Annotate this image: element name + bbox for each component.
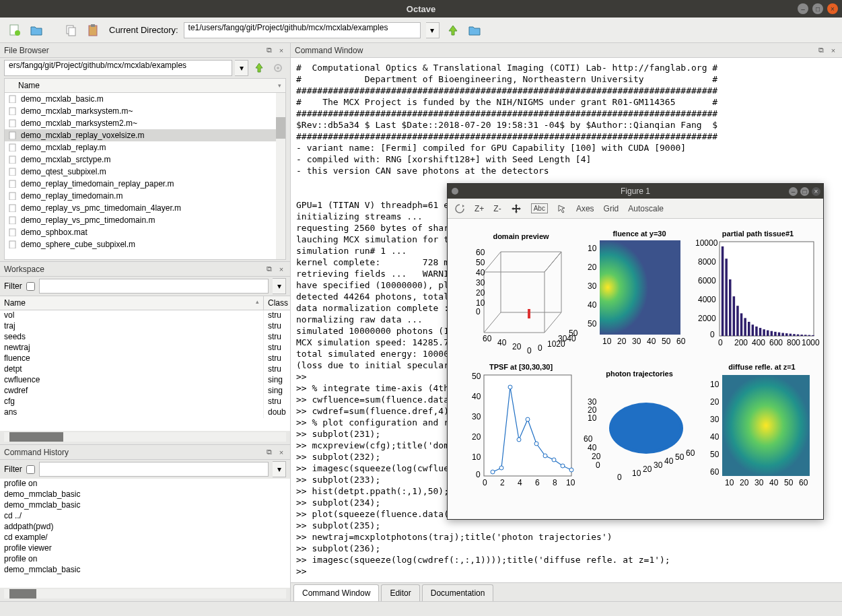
- minimize-button[interactable]: –: [798, 3, 808, 14]
- history-row[interactable]: profile on: [0, 554, 290, 565]
- history-row[interactable]: addpath(pwd): [0, 522, 290, 533]
- file-row[interactable]: demo_sphere_cube_subpixel.m: [5, 238, 285, 250]
- panel-close-icon[interactable]: ×: [277, 448, 286, 457]
- ws-filter-checkbox[interactable]: [26, 282, 35, 291]
- history-list[interactable]: profile ondemo_mmclab_basicdemo_mmclab_b…: [0, 479, 290, 588]
- file-row[interactable]: demo_mcxlab_srctype.m: [5, 153, 285, 166]
- file-row[interactable]: demo_replay_vs_pmc_timedomain.m: [5, 214, 285, 226]
- new-file-icon[interactable]: [7, 22, 23, 38]
- current-dir-dropdown[interactable]: ▾: [426, 22, 440, 38]
- ch-filter-input[interactable]: [39, 462, 269, 477]
- ch-hscroll[interactable]: [4, 589, 286, 598]
- file-list[interactable]: demo_mcxlab_basic.mdemo_mcxlab_marksyste…: [4, 93, 286, 260]
- ws-col-name[interactable]: Name: [0, 296, 264, 310]
- fb-scrollbar[interactable]: [276, 93, 285, 259]
- workspace-row[interactable]: newtrajstru: [0, 343, 290, 353]
- copy-icon[interactable]: [63, 22, 79, 38]
- history-row[interactable]: demo_mmclab_basic: [0, 489, 290, 500]
- svg-text:60: 60: [476, 248, 485, 257]
- panel-close-icon[interactable]: ×: [277, 46, 286, 55]
- dir-up-icon[interactable]: [445, 22, 461, 38]
- file-row[interactable]: demo_mcxlab_replay_voxelsize.m: [5, 129, 285, 141]
- history-row[interactable]: cd example/: [0, 533, 290, 543]
- ws-filter-input[interactable]: [39, 279, 269, 294]
- svg-text:10: 10: [566, 478, 575, 487]
- workspace-row[interactable]: fluencestru: [0, 353, 290, 364]
- zoom-in-button[interactable]: Z+: [475, 204, 484, 213]
- svg-text:20: 20: [472, 432, 481, 442]
- workspace-row[interactable]: cwdrefsing: [0, 386, 290, 397]
- figure-title-bar[interactable]: Figure 1 – □ ×: [448, 184, 823, 199]
- undock-icon[interactable]: ⧉: [265, 265, 274, 274]
- workspace-row[interactable]: cwfluencesing: [0, 375, 290, 386]
- workspace-row[interactable]: volstru: [0, 310, 290, 321]
- pointer-icon[interactable]: [557, 204, 567, 213]
- pan-icon[interactable]: [511, 203, 522, 214]
- fig-close-button[interactable]: ×: [812, 187, 820, 196]
- undock-icon[interactable]: ⧉: [265, 46, 274, 55]
- dir-browse-icon[interactable]: [466, 22, 483, 38]
- file-row[interactable]: demo_mcxlab_basic.m: [5, 93, 285, 105]
- fig-maximize-button[interactable]: □: [800, 187, 809, 196]
- fb-up-icon[interactable]: [251, 60, 267, 76]
- close-button[interactable]: ×: [827, 3, 838, 14]
- rotate-icon[interactable]: [454, 203, 465, 214]
- svg-text:50: 50: [675, 452, 685, 462]
- history-row[interactable]: demo_mmclab_basic: [0, 565, 290, 576]
- panel-close-icon[interactable]: ×: [829, 46, 838, 55]
- workspace-row[interactable]: seedsstru: [0, 332, 290, 343]
- svg-rect-72: [763, 329, 765, 336]
- axes-button[interactable]: Axes: [576, 204, 594, 213]
- figure-window[interactable]: Figure 1 – □ × Z+ Z- Abc Axes Grid: [447, 183, 824, 520]
- history-row[interactable]: demo_mmclab_basic: [0, 500, 290, 511]
- file-name: demo_mcxlab_replay_voxelsize.m: [21, 131, 144, 140]
- workspace-row[interactable]: trajstru: [0, 321, 290, 332]
- autoscale-button[interactable]: Autoscale: [628, 204, 664, 213]
- ch-filter-dropdown[interactable]: ▾: [273, 461, 286, 477]
- ws-col-class[interactable]: Class: [264, 296, 293, 310]
- fig-minimize-button[interactable]: –: [789, 187, 798, 196]
- file-row[interactable]: demo_qtest_subpixel.m: [5, 166, 285, 178]
- ws-filter-dropdown[interactable]: ▾: [273, 278, 286, 294]
- workspace-row[interactable]: cfgstru: [0, 397, 290, 407]
- tab-editor[interactable]: Editor: [381, 584, 419, 601]
- fb-gear-icon[interactable]: [270, 60, 286, 76]
- svg-rect-77: [781, 333, 784, 336]
- undock-icon[interactable]: ⧉: [265, 448, 274, 457]
- history-row[interactable]: cd ../: [0, 511, 290, 522]
- panel-close-icon[interactable]: ×: [277, 265, 286, 274]
- file-row[interactable]: demo_mcxlab_replay.m: [5, 141, 285, 153]
- history-row[interactable]: profile viewer: [0, 543, 290, 554]
- file-row[interactable]: demo_sphbox.mat: [5, 226, 285, 238]
- file-icon: [9, 204, 17, 212]
- text-icon[interactable]: Abc: [531, 203, 548, 213]
- undock-icon[interactable]: ⧉: [816, 46, 826, 55]
- workspace-row[interactable]: detptstru: [0, 364, 290, 375]
- open-folder-icon[interactable]: [28, 22, 44, 38]
- figure-menu-icon[interactable]: [452, 188, 458, 195]
- tab-documentation[interactable]: Documentation: [422, 584, 494, 601]
- ch-filter-checkbox[interactable]: [26, 465, 35, 474]
- fb-path-input[interactable]: ers/fangq/git/Project/github/mcx/mcxlab/…: [4, 60, 232, 76]
- fb-path-dropdown[interactable]: ▾: [235, 60, 248, 76]
- file-browser-panel: File Browser ⧉ × ers/fangq/git/Project/g…: [0, 43, 290, 261]
- file-row[interactable]: demo_mcxlab_marksystem2.m~: [5, 117, 285, 129]
- zoom-out-button[interactable]: Z-: [493, 204, 501, 213]
- file-row[interactable]: demo_replay_vs_pmc_timedomain_4layer.m: [5, 202, 285, 214]
- current-dir-input[interactable]: te1/users/fangq/git/Project/github/mcx/m…: [184, 22, 421, 38]
- file-row[interactable]: demo_mcxlab_marksystem.m~: [5, 105, 285, 117]
- grid-button[interactable]: Grid: [604, 204, 619, 213]
- maximize-button[interactable]: □: [812, 3, 823, 14]
- workspace-list[interactable]: volstrutrajstruseedsstrunewtrajstrufluen…: [0, 310, 290, 431]
- tab-command-window[interactable]: Command Window: [293, 584, 379, 601]
- history-row[interactable]: profile on: [0, 479, 290, 489]
- file-row[interactable]: demo_replay_timedomain_replay_paper.m: [5, 178, 285, 190]
- svg-text:50: 50: [710, 450, 720, 459]
- fb-name-header[interactable]: Name: [4, 78, 286, 93]
- svg-text:40: 40: [588, 443, 597, 452]
- file-row[interactable]: demo_replay_timedomain.m: [5, 190, 285, 202]
- workspace-row[interactable]: ansdoub: [0, 407, 290, 418]
- ws-hscroll[interactable]: [4, 432, 286, 442]
- paste-icon[interactable]: [85, 22, 101, 38]
- file-icon: [9, 216, 17, 224]
